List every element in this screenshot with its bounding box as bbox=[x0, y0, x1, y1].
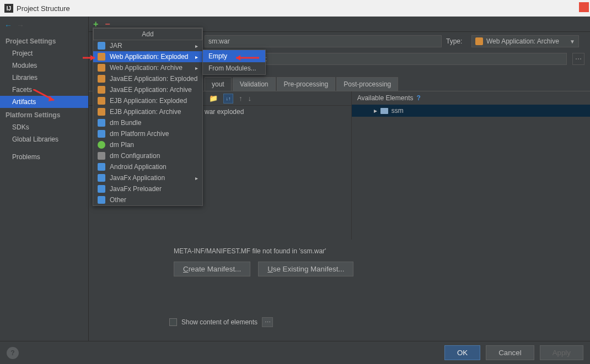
help-icon[interactable]: ? bbox=[416, 94, 420, 102]
sidebar-item-problems[interactable]: Problems bbox=[0, 151, 88, 163]
add-submenu: EmptyFrom Modules... bbox=[202, 50, 266, 75]
back-icon[interactable]: ← bbox=[4, 21, 12, 30]
submenu-arrow-icon: ▸ bbox=[195, 175, 198, 181]
add-menu-item[interactable]: dm Platform Archive bbox=[93, 128, 202, 139]
tab-output-layout[interactable]: yout bbox=[205, 77, 232, 91]
add-menu-item[interactable]: EJB Application: Exploded bbox=[93, 95, 202, 106]
add-menu-item-label: dm Plan bbox=[110, 141, 134, 149]
artifact-type-icon bbox=[98, 64, 105, 72]
artifact-type-icon bbox=[98, 86, 105, 94]
sidebar-item-sdks[interactable]: SDKs bbox=[0, 121, 88, 133]
add-menu-item[interactable]: EJB Application: Archive bbox=[93, 106, 202, 117]
move-up-icon[interactable]: ↑ bbox=[239, 94, 243, 102]
new-folder-icon[interactable]: 📁 bbox=[209, 94, 218, 102]
app-icon: IJ bbox=[4, 4, 13, 13]
tab-pre-processing[interactable]: Pre-processing bbox=[277, 77, 336, 91]
add-menu-item[interactable]: Web Application: Archive▸ bbox=[93, 62, 202, 73]
add-menu-item[interactable]: JavaFx Application▸ bbox=[93, 172, 202, 183]
sidebar-item-global-libraries[interactable]: Global Libraries bbox=[0, 133, 88, 145]
annotation-arrow bbox=[83, 54, 99, 62]
expand-icon: ▸ bbox=[374, 107, 377, 115]
add-menu-item[interactable]: dm Plan bbox=[93, 139, 202, 150]
artifact-type-icon bbox=[98, 163, 105, 171]
available-elements-header: Available Elements bbox=[357, 94, 414, 102]
sidebar-item-modules[interactable]: Modules bbox=[0, 59, 88, 72]
add-menu-item[interactable]: dm Bundle bbox=[93, 117, 202, 128]
add-menu-item-label: dm Configuration bbox=[110, 152, 160, 160]
artifact-type-icon bbox=[98, 141, 105, 149]
submenu-item[interactable]: From Modules... bbox=[203, 62, 265, 74]
submenu-arrow-icon: ▸ bbox=[195, 54, 198, 60]
artifact-type-icon bbox=[98, 196, 105, 204]
apply-button[interactable]: Apply bbox=[540, 345, 583, 360]
available-element-item[interactable]: ▸ ssm bbox=[352, 105, 590, 117]
available-elements-panel: Available Elements ? ▸ ssm bbox=[352, 91, 590, 240]
add-menu-item[interactable]: JavaEE Application: Exploded bbox=[93, 73, 202, 84]
section-platform-settings: Platform Settings bbox=[0, 108, 88, 121]
svg-marker-3 bbox=[90, 55, 95, 61]
add-menu-item-label: EJB Application: Exploded bbox=[110, 97, 187, 105]
cancel-button[interactable]: Cancel bbox=[486, 345, 534, 360]
artifact-type-icon bbox=[98, 185, 105, 193]
artifact-type-icon bbox=[98, 97, 105, 105]
add-menu-item-label: JAR bbox=[110, 42, 122, 50]
use-existing-manifest-button[interactable]: Use Existing Manifest... bbox=[258, 262, 353, 276]
move-down-icon[interactable]: ↓ bbox=[248, 94, 252, 102]
artifact-type-icon bbox=[98, 119, 105, 127]
submenu-arrow-icon: ▸ bbox=[195, 43, 198, 49]
forward-icon[interactable]: → bbox=[17, 21, 24, 30]
add-menu-item-label: Web Application: Exploded bbox=[110, 53, 189, 61]
add-menu-item[interactable]: dm Configuration bbox=[93, 150, 202, 161]
artifact-name-field[interactable]: sm:war bbox=[205, 35, 442, 47]
add-menu-item[interactable]: JAR▸ bbox=[93, 40, 202, 51]
sort-icon[interactable]: ↓↑ bbox=[223, 94, 233, 104]
add-menu-item-label: JavaEE Application: Exploded bbox=[110, 75, 197, 83]
artifact-type-icon bbox=[98, 152, 105, 160]
tab-post-processing[interactable]: Post-processing bbox=[336, 77, 398, 91]
svg-marker-5 bbox=[236, 55, 240, 61]
add-menu-item[interactable]: Other bbox=[93, 194, 202, 205]
archive-icon bbox=[475, 37, 483, 45]
add-menu-title: Add bbox=[93, 28, 202, 40]
sidebar: ← → Project Settings Project Modules Lib… bbox=[0, 17, 89, 341]
sidebar-item-project[interactable]: Project bbox=[0, 47, 88, 59]
add-menu-item-label: dm Platform Archive bbox=[110, 130, 169, 138]
add-menu-item-label: EJB Application: Archive bbox=[110, 108, 181, 116]
add-menu-item-label: JavaFx Application bbox=[110, 174, 165, 182]
close-icon[interactable] bbox=[579, 2, 589, 12]
add-menu-item-label: JavaFx Preloader bbox=[110, 185, 162, 193]
titlebar: IJ Project Structure bbox=[0, 0, 590, 17]
browse-output-button[interactable]: ⋯ bbox=[572, 53, 584, 65]
artifact-type-icon bbox=[98, 108, 105, 116]
show-content-checkbox[interactable] bbox=[169, 318, 177, 326]
annotation-arrow bbox=[232, 54, 259, 62]
manifest-warning-text: META-INF/MANIFEST.MF file not found in '… bbox=[174, 247, 577, 255]
section-project-settings: Project Settings bbox=[0, 34, 88, 47]
window-title: Project Structure bbox=[17, 4, 70, 13]
add-menu-item-label: JavaEE Application: Archive bbox=[110, 86, 192, 94]
add-menu-item-label: Other bbox=[110, 196, 126, 204]
artifact-type-icon bbox=[98, 174, 105, 182]
submenu-arrow-icon: ▸ bbox=[195, 65, 198, 71]
help-button[interactable]: ? bbox=[7, 347, 19, 359]
artifact-type-icon bbox=[98, 75, 105, 83]
artifact-type-icon bbox=[98, 130, 105, 138]
show-content-more-button[interactable]: ⋯ bbox=[262, 317, 273, 327]
add-menu: Add JAR▸Web Application: Exploded▸Web Ap… bbox=[93, 28, 203, 206]
add-menu-item[interactable]: JavaEE Application: Archive bbox=[93, 84, 202, 95]
sidebar-item-libraries[interactable]: Libraries bbox=[0, 72, 88, 84]
type-combo[interactable]: Web Application: Archive ▼ bbox=[471, 35, 579, 47]
add-menu-item[interactable]: JavaFx Preloader bbox=[93, 183, 202, 194]
create-manifest-button[interactable]: Create Manifest... bbox=[174, 262, 250, 276]
add-menu-item-label: Web Application: Archive bbox=[110, 64, 183, 72]
show-content-label: Show content of elements bbox=[181, 318, 258, 326]
add-menu-item[interactable]: Android Application bbox=[93, 161, 202, 172]
tab-validation[interactable]: Validation bbox=[233, 77, 276, 91]
add-menu-item[interactable]: Web Application: Exploded▸ bbox=[93, 51, 202, 62]
type-label: Type: bbox=[446, 37, 468, 45]
add-menu-item-label: dm Bundle bbox=[110, 119, 141, 127]
ok-button[interactable]: OK bbox=[444, 345, 480, 360]
chevron-down-icon: ▼ bbox=[570, 39, 575, 45]
module-name: ssm bbox=[391, 107, 404, 115]
module-icon bbox=[380, 108, 388, 114]
